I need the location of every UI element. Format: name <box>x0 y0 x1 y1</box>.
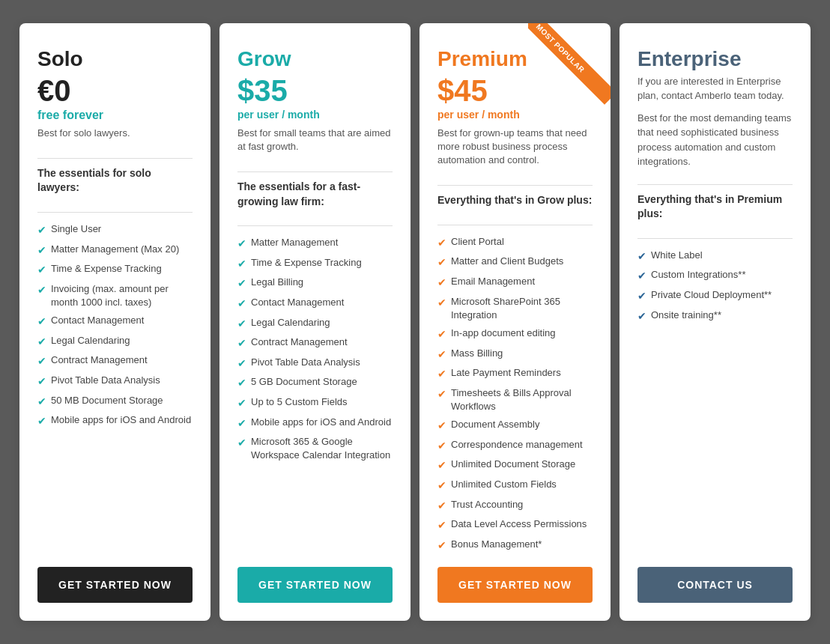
feature-item: ✔ 5 GB Document Storage <box>237 373 393 393</box>
feature-item: ✔ Microsoft SharePoint 365 Integration <box>437 293 593 324</box>
check-icon: ✔ <box>637 289 646 304</box>
check-icon: ✔ <box>437 538 446 553</box>
feature-text: Late Payment Reminders <box>451 366 561 380</box>
check-icon: ✔ <box>437 347 446 362</box>
plan-name: Solo <box>37 47 193 71</box>
check-icon: ✔ <box>437 327 446 342</box>
feature-text: Unlimited Document Storage <box>451 458 575 471</box>
feature-item: ✔ Timesheets & Bills Approval Workflows <box>437 384 593 416</box>
feature-item: ✔ Trust Accounting <box>437 496 593 516</box>
feature-item: ✔ 50 MB Document Storage <box>37 392 193 412</box>
plan-period: per user / month <box>437 109 593 121</box>
feature-item: ✔ Contract Management <box>37 351 193 371</box>
plan-price: $35 <box>237 74 393 107</box>
feature-text: Trust Accounting <box>451 498 523 511</box>
check-icon: ✔ <box>37 335 46 350</box>
plan-card-grow: Grow$35per user / monthBest for small te… <box>219 23 411 622</box>
feature-text: Data Level Access Permissions <box>451 517 587 531</box>
feature-text: Mobile apps for iOS and Android <box>51 413 191 427</box>
feature-text: Mass Billing <box>451 347 503 360</box>
feature-text: Matter Management <box>251 236 338 249</box>
feature-text: Mobile apps for iOS and Android <box>251 416 391 429</box>
feature-text: Legal Billing <box>251 276 303 289</box>
feature-item: ✔ Contact Management <box>37 312 193 332</box>
feature-text: Timesheets & Bills Approval Workflows <box>451 386 593 413</box>
check-icon: ✔ <box>437 367 446 382</box>
feature-text: Private Cloud Deployment** <box>651 288 772 302</box>
plan-tagline: Best for small teams that are aimed at f… <box>237 127 393 154</box>
feature-item: ✔ Data Level Access Permissions <box>437 515 593 535</box>
feature-item: ✔ Contact Management <box>237 294 393 314</box>
feature-list: ✔ White Label ✔ Custom Integrations** ✔ … <box>637 246 793 555</box>
feature-item: ✔ Mobile apps for iOS and Android <box>237 413 393 434</box>
check-icon: ✔ <box>437 439 446 454</box>
plan-card-enterprise: EnterpriseIf you are interested in Enter… <box>620 23 811 622</box>
feature-text: Invoicing (max. amount per month 1000 in… <box>51 282 193 309</box>
check-icon: ✔ <box>437 499 446 514</box>
cta-button-enterprise[interactable]: CONTACT US <box>637 567 793 603</box>
check-icon: ✔ <box>437 387 446 402</box>
check-icon: ✔ <box>237 416 246 431</box>
feature-item: ✔ In-app document editing <box>437 324 593 344</box>
feature-item: ✔ Pivot Table Data Analysis <box>237 353 393 374</box>
feature-text: Time & Expense Tracking <box>51 262 162 276</box>
feature-text: Contact Management <box>251 296 344 309</box>
feature-item: ✔ Pivot Table Data Analysis <box>37 371 193 392</box>
section-title: The essentials for a fast-growing law fi… <box>237 180 393 209</box>
check-icon: ✔ <box>437 419 446 434</box>
feature-text: Legal Calendaring <box>51 334 130 347</box>
feature-text: Correspondence management <box>451 438 583 452</box>
feature-item: ✔ Client Portal <box>437 233 593 253</box>
feature-item: ✔ Custom Integrations** <box>637 266 793 286</box>
check-icon: ✔ <box>437 255 446 270</box>
check-icon: ✔ <box>237 257 246 272</box>
plan-card-solo: Solo€0free foreverBest for solo lawyers.… <box>19 23 210 622</box>
feature-text: Contract Management <box>251 335 348 349</box>
check-icon: ✔ <box>437 479 446 493</box>
check-icon: ✔ <box>37 263 46 278</box>
check-icon: ✔ <box>37 354 46 369</box>
check-icon: ✔ <box>237 436 246 451</box>
feature-text: Document Assembly <box>451 418 540 431</box>
feature-text: Unlimited Custom Fields <box>451 478 557 491</box>
check-icon: ✔ <box>437 458 446 473</box>
feature-text: Contract Management <box>51 353 148 367</box>
check-icon: ✔ <box>437 236 446 251</box>
feature-item: ✔ Time & Expense Tracking <box>237 254 393 274</box>
check-icon: ✔ <box>237 396 246 411</box>
divider <box>437 185 593 186</box>
check-icon: ✔ <box>237 297 246 312</box>
feature-list: ✔ Client Portal ✔ Matter and Client Budg… <box>437 233 593 555</box>
divider2 <box>437 225 593 225</box>
section-title: Everything that's in Premium plus: <box>637 192 793 222</box>
check-icon: ✔ <box>437 518 446 533</box>
check-icon: ✔ <box>237 336 246 351</box>
feature-item: ✔ Up to 5 Custom Fields <box>237 393 393 413</box>
check-icon: ✔ <box>237 317 246 332</box>
feature-item: ✔ Matter Management (Max 20) <box>37 240 193 261</box>
feature-item: ✔ Unlimited Custom Fields <box>437 476 593 496</box>
divider <box>637 184 793 185</box>
feature-item: ✔ Microsoft 365 & Google Workspace Calen… <box>237 433 393 464</box>
cta-button-grow[interactable]: GET STARTED NOW <box>237 567 393 603</box>
feature-text: Contact Management <box>51 314 144 327</box>
feature-text: White Label <box>651 249 703 262</box>
feature-text: Custom Integrations** <box>651 268 745 282</box>
enterprise-desc1: If you are interested in Enterprise plan… <box>637 74 793 103</box>
check-icon: ✔ <box>37 414 46 429</box>
feature-item: ✔ Single User <box>37 220 193 240</box>
feature-item: ✔ Onsite training** <box>637 306 793 326</box>
feature-text: Microsoft SharePoint 365 Integration <box>451 295 593 322</box>
pricing-container: Solo€0free foreverBest for solo lawyers.… <box>15 23 815 622</box>
feature-item: ✔ Contract Management <box>237 333 393 353</box>
check-icon: ✔ <box>37 315 46 329</box>
feature-item: ✔ White Label <box>637 246 793 267</box>
check-icon: ✔ <box>237 376 246 391</box>
free-forever: free forever <box>37 109 193 122</box>
feature-item: ✔ Late Payment Reminders <box>437 364 593 384</box>
check-icon: ✔ <box>437 296 446 311</box>
feature-item: ✔ Invoicing (max. amount per month 1000 … <box>37 280 193 312</box>
cta-button-solo[interactable]: GET STARTED NOW <box>37 567 193 603</box>
plan-name: Grow <box>237 47 393 71</box>
cta-button-premium[interactable]: GET STARTED NOW <box>437 567 593 603</box>
